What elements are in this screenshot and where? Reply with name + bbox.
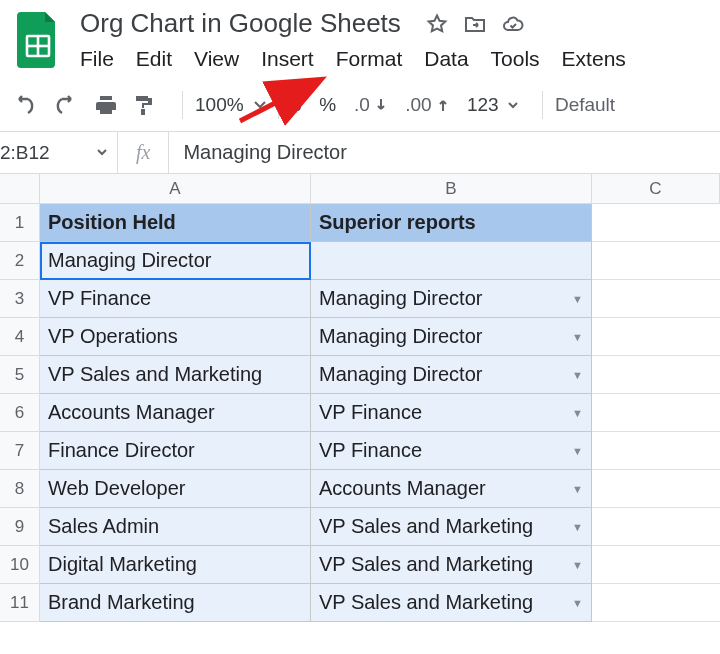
menu-file[interactable]: File — [80, 47, 114, 71]
menu-view[interactable]: View — [194, 47, 239, 71]
dropdown-caret-icon[interactable]: ▼ — [572, 559, 583, 571]
cell-a8[interactable]: Web Developer — [40, 470, 311, 508]
format-currency-button[interactable]: $ — [291, 94, 302, 116]
cell-b6[interactable]: VP Finance▼ — [311, 394, 592, 432]
cell-a11[interactable]: Brand Marketing — [40, 584, 311, 622]
cell-c1[interactable] — [592, 204, 720, 242]
cell-c9[interactable] — [592, 508, 720, 546]
cell-a7[interactable]: Finance Director — [40, 432, 311, 470]
cell-c2[interactable] — [592, 242, 720, 280]
row-header[interactable]: 5 — [0, 356, 40, 394]
dropdown-caret-icon[interactable]: ▼ — [572, 445, 583, 457]
document-title[interactable]: Org Chart in Google Sheets — [78, 6, 403, 41]
menu-extensions[interactable]: Extens — [562, 47, 626, 71]
column-header-c[interactable]: C — [592, 174, 720, 204]
more-formats-button[interactable]: 123 — [467, 94, 518, 116]
cell-b2[interactable] — [311, 242, 592, 280]
cell-a6[interactable]: Accounts Manager — [40, 394, 311, 432]
cell-b7[interactable]: VP Finance▼ — [311, 432, 592, 470]
row-header[interactable]: 6 — [0, 394, 40, 432]
cell-c4[interactable] — [592, 318, 720, 356]
menu-tools[interactable]: Tools — [491, 47, 540, 71]
cell-b11[interactable]: VP Sales and Marketing▼ — [311, 584, 592, 622]
undo-button[interactable] — [12, 91, 40, 119]
cell-a10[interactable]: Digital Marketing — [40, 546, 311, 584]
dropdown-caret-icon[interactable]: ▼ — [572, 293, 583, 305]
row-header[interactable]: 3 — [0, 280, 40, 318]
cell-b1[interactable]: Superior reports — [311, 204, 592, 242]
cell-a5[interactable]: VP Sales and Marketing — [40, 356, 311, 394]
format-percent-button[interactable]: % — [319, 94, 336, 116]
cloud-status-icon[interactable] — [501, 12, 525, 36]
cell-c5[interactable] — [592, 356, 720, 394]
cell-b5[interactable]: Managing Director▼ — [311, 356, 592, 394]
paint-format-button[interactable] — [130, 91, 158, 119]
cell-b4[interactable]: Managing Director▼ — [311, 318, 592, 356]
increase-decimals-button[interactable]: .00 — [405, 91, 449, 119]
dropdown-caret-icon[interactable]: ▼ — [572, 597, 583, 609]
dropdown-caret-icon[interactable]: ▼ — [572, 407, 583, 419]
cell-a4[interactable]: VP Operations — [40, 318, 311, 356]
toolbar: 100% $ % .0 .00 123 Default — [0, 79, 720, 131]
decrease-decimals-button[interactable]: .0 — [354, 91, 387, 119]
cell-b3[interactable]: Managing Director▼ — [311, 280, 592, 318]
row-header[interactable]: 1 — [0, 204, 40, 242]
zoom-value: 100% — [195, 94, 244, 116]
dropdown-caret-icon[interactable]: ▼ — [572, 521, 583, 533]
dropdown-caret-icon[interactable]: ▼ — [572, 331, 583, 343]
redo-button[interactable] — [50, 91, 78, 119]
dropdown-caret-icon[interactable]: ▼ — [572, 483, 583, 495]
cell-c11[interactable] — [592, 584, 720, 622]
row-header[interactable]: 7 — [0, 432, 40, 470]
row-header[interactable]: 8 — [0, 470, 40, 508]
menu-insert[interactable]: Insert — [261, 47, 314, 71]
formula-bar[interactable]: Managing Director — [169, 141, 346, 164]
star-icon[interactable] — [425, 12, 449, 36]
cell-c7[interactable] — [592, 432, 720, 470]
row-header[interactable]: 9 — [0, 508, 40, 546]
zoom-select[interactable]: 100% — [195, 94, 266, 116]
cell-a3[interactable]: VP Finance — [40, 280, 311, 318]
font-select[interactable]: Default — [555, 94, 615, 116]
print-button[interactable] — [92, 91, 120, 119]
menu-format[interactable]: Format — [336, 47, 403, 71]
cell-b10[interactable]: VP Sales and Marketing▼ — [311, 546, 592, 584]
dropdown-caret-icon[interactable]: ▼ — [572, 369, 583, 381]
cell-a9[interactable]: Sales Admin — [40, 508, 311, 546]
cell-a2[interactable]: Managing Director — [40, 242, 311, 280]
sheets-logo-icon[interactable] — [10, 6, 66, 74]
cell-c6[interactable] — [592, 394, 720, 432]
fx-label: fx — [118, 132, 169, 174]
column-header-b[interactable]: B — [311, 174, 592, 204]
spreadsheet-grid: A B C 1 Position Held Superior reports 2… — [0, 174, 720, 622]
cell-c10[interactable] — [592, 546, 720, 584]
cell-b8[interactable]: Accounts Manager▼ — [311, 470, 592, 508]
cell-a1[interactable]: Position Held — [40, 204, 311, 242]
row-header[interactable]: 11 — [0, 584, 40, 622]
row-header[interactable]: 2 — [0, 242, 40, 280]
menu-data[interactable]: Data — [424, 47, 468, 71]
select-all-corner[interactable] — [0, 174, 40, 204]
name-box[interactable]: 2:B12 — [0, 132, 118, 174]
row-header[interactable]: 4 — [0, 318, 40, 356]
menubar: File Edit View Insert Format Data Tools … — [78, 41, 628, 79]
cell-b9[interactable]: VP Sales and Marketing▼ — [311, 508, 592, 546]
menu-edit[interactable]: Edit — [136, 47, 172, 71]
chevron-down-icon — [97, 149, 107, 156]
row-header[interactable]: 10 — [0, 546, 40, 584]
cell-c3[interactable] — [592, 280, 720, 318]
cell-c8[interactable] — [592, 470, 720, 508]
column-header-a[interactable]: A — [40, 174, 311, 204]
move-to-folder-icon[interactable] — [463, 12, 487, 36]
chevron-down-icon — [254, 101, 266, 109]
